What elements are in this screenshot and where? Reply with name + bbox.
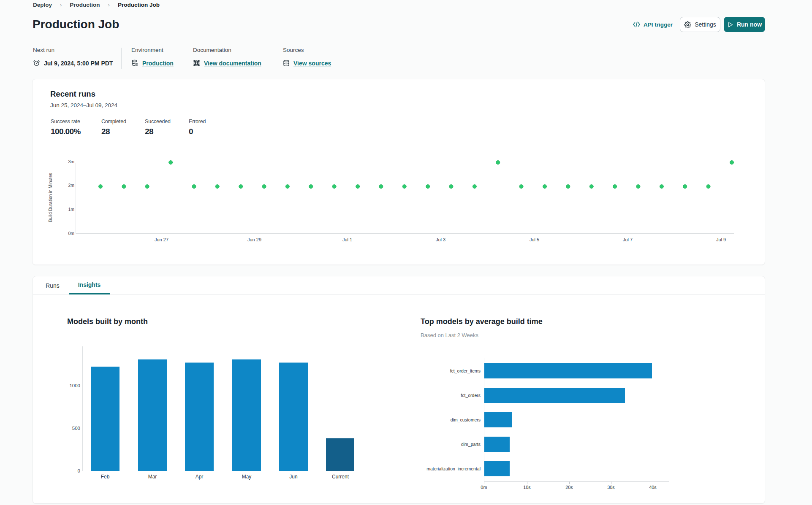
svg-text:Jun 29: Jun 29 [247,237,261,242]
svg-text:Jul 7: Jul 7 [623,237,633,242]
svg-text:40s: 40s [649,485,657,490]
svg-text:Jun: Jun [289,474,297,480]
svg-text:Build Duration in Minutes: Build Duration in Minutes [48,173,53,222]
svg-text:0m: 0m [68,231,74,236]
svg-text:1000: 1000 [69,383,80,388]
svg-text:10s: 10s [523,485,531,490]
svg-text:Jul 3: Jul 3 [436,237,445,242]
svg-text:Jul 5: Jul 5 [530,237,539,242]
svg-text:Jul 1: Jul 1 [342,237,352,242]
svg-text:30s: 30s [607,485,615,490]
svg-text:fct_orders: fct_orders [461,393,481,398]
svg-text:Feb: Feb [101,474,110,480]
svg-text:Jun 27: Jun 27 [155,237,168,242]
svg-text:0m: 0m [481,485,487,490]
svg-text:20s: 20s [565,485,573,490]
svg-text:2m: 2m [68,183,74,188]
svg-text:materialization_incremental: materialization_incremental [426,466,481,471]
svg-text:dim_parts: dim_parts [461,442,481,447]
svg-text:3m: 3m [68,159,74,164]
svg-text:0: 0 [78,468,80,473]
svg-text:500: 500 [72,426,80,431]
svg-text:Apr: Apr [196,474,204,480]
svg-text:fct_order_items: fct_order_items [450,368,481,373]
svg-text:Jul 9: Jul 9 [716,237,726,242]
svg-text:Mar: Mar [148,474,157,480]
svg-text:dim_customers: dim_customers [451,417,481,422]
svg-text:1m: 1m [68,207,74,212]
svg-text:Current: Current [332,474,349,480]
svg-text:May: May [242,474,252,480]
